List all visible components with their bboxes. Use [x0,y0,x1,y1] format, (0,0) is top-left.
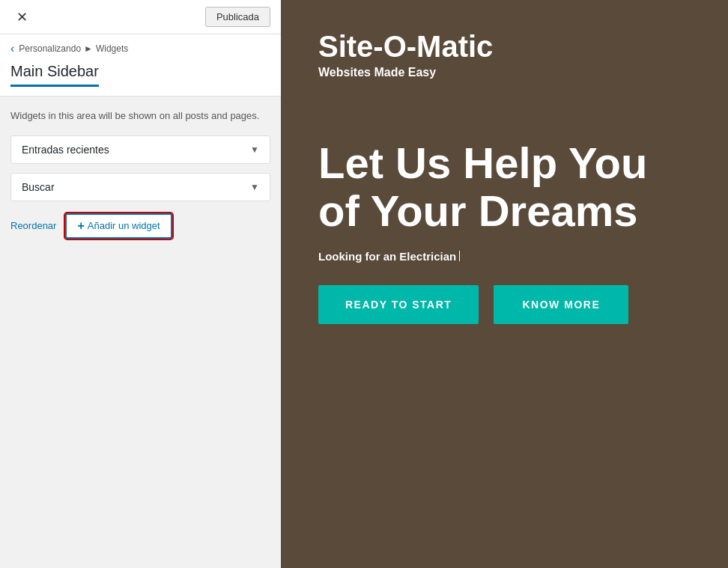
add-widget-button[interactable]: + Añadir un widget [65,213,172,239]
chevron-down-icon: ▼ [250,144,259,155]
site-preview: Site-O-Matic Websites Made Easy Let Us H… [281,0,728,568]
hero-subtitle: Looking for an Electrician [318,250,691,263]
widget-label: Entradas recientes [22,144,109,156]
back-nav: ‹ Personalizando ► Widgets Main Sidebar [0,34,281,97]
widget-item-recent-posts[interactable]: Entradas recientes ▼ [10,135,270,164]
section-title: Main Sidebar [10,63,99,87]
bottom-actions: Reordenar + Añadir un widget [0,201,281,251]
widget-list: Entradas recientes ▼ Buscar ▼ [0,135,281,201]
close-button[interactable]: ✕ [10,6,34,28]
reorder-link[interactable]: Reordenar [10,220,56,231]
widget-item-search[interactable]: Buscar ▼ [10,173,270,201]
site-tagline: Websites Made Easy [318,66,691,79]
customizer-panel: ✕ Publicada ‹ Personalizando ► Widgets M… [0,0,281,568]
site-name: Site-O-Matic [318,30,691,63]
site-header: Site-O-Matic Websites Made Easy [318,30,691,79]
know-more-button[interactable]: KNOW MORE [494,285,628,324]
cta-buttons: READY TO START KNOW MORE [318,285,691,324]
plus-icon: + [77,219,84,233]
hero-title-line2: of Your Dreams [318,187,691,235]
breadcrumb-separator: ► [84,43,93,54]
publish-button[interactable]: Publicada [205,7,270,27]
top-bar: ✕ Publicada [0,0,281,34]
back-button[interactable]: ‹ [10,42,14,55]
hero-section: Let Us Help You of Your Dreams Looking f… [318,139,691,324]
text-cursor [459,251,460,261]
breadcrumb-base: Personalizando [19,43,81,54]
widget-label: Buscar [22,181,55,193]
breadcrumb-section: Widgets [96,43,128,54]
chevron-down-icon: ▼ [250,182,259,192]
hero-title: Let Us Help You of Your Dreams [318,139,691,235]
add-widget-label: Añadir un widget [88,220,160,231]
ready-to-start-button[interactable]: READY TO START [318,285,479,324]
breadcrumb: ‹ Personalizando ► Widgets [10,42,270,55]
hero-title-line1: Let Us Help You [318,139,691,187]
info-text: Widgets in this area will be shown on al… [0,97,281,135]
